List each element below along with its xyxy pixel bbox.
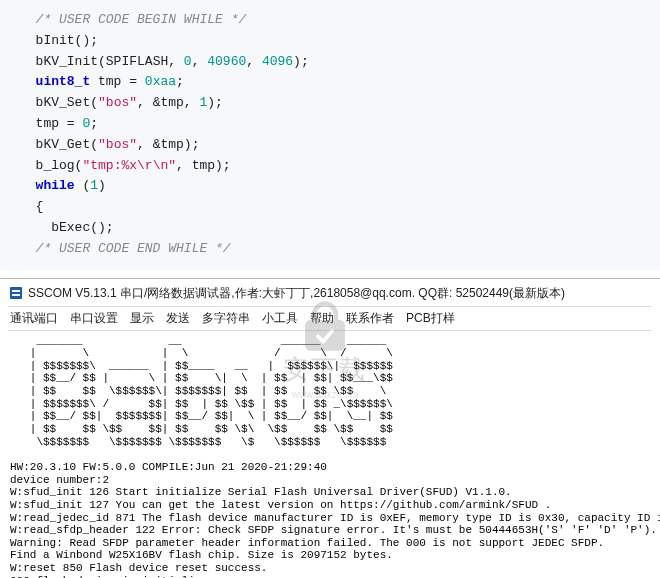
sscom-app-icon — [8, 285, 24, 301]
code-line: bExec(); — [20, 218, 660, 239]
code-line: bInit(); — [20, 31, 660, 52]
svg-rect-2 — [12, 294, 20, 296]
code-line: /* USER CODE BEGIN WHILE */ — [20, 10, 660, 31]
code-line: /* USER CODE END WHILE */ — [20, 239, 660, 260]
menu-item[interactable]: 显示 — [130, 310, 154, 327]
menu-item[interactable]: 多字符串 — [202, 310, 250, 327]
sscom-title-text: SSCOM V5.13.1 串口/网络数据调试器,作者:大虾丁丁,2618058… — [28, 285, 565, 302]
terminal-output: _______ __ ______ ______ | \ | \ / \ / \… — [8, 331, 652, 578]
code-line: { — [20, 197, 660, 218]
menu-item[interactable]: PCB打样 — [406, 310, 455, 327]
code-editor-panel: /* USER CODE BEGIN WHILE */ bInit(); bKV… — [0, 0, 660, 270]
code-line: bKV_Set("bos", &tmp, 1); — [20, 93, 660, 114]
code-line: uint8_t tmp = 0xaa; — [20, 72, 660, 93]
svg-rect-1 — [12, 290, 20, 292]
code-line: b_log("tmp:%x\r\n", tmp); — [20, 156, 660, 177]
menu-item[interactable]: 串口设置 — [70, 310, 118, 327]
code-line: while (1) — [20, 176, 660, 197]
sscom-window: SSCOM V5.13.1 串口/网络数据调试器,作者:大虾丁丁,2618058… — [0, 279, 660, 578]
sscom-titlebar: SSCOM V5.13.1 串口/网络数据调试器,作者:大虾丁丁,2618058… — [8, 283, 652, 307]
code-line: bKV_Init(SPIFLASH, 0, 40960, 4096); — [20, 52, 660, 73]
sscom-menu-bar: 通讯端口串口设置显示发送多字符串小工具帮助联系作者PCB打样 — [8, 307, 652, 331]
menu-item[interactable]: 小工具 — [262, 310, 298, 327]
svg-rect-0 — [10, 287, 22, 299]
code-line: tmp = 0; — [20, 114, 660, 135]
menu-item[interactable]: 通讯端口 — [10, 310, 58, 327]
menu-item[interactable]: 发送 — [166, 310, 190, 327]
menu-item[interactable]: 帮助 — [310, 310, 334, 327]
code-line: bKV_Get("bos", &tmp); — [20, 135, 660, 156]
menu-item[interactable]: 联系作者 — [346, 310, 394, 327]
